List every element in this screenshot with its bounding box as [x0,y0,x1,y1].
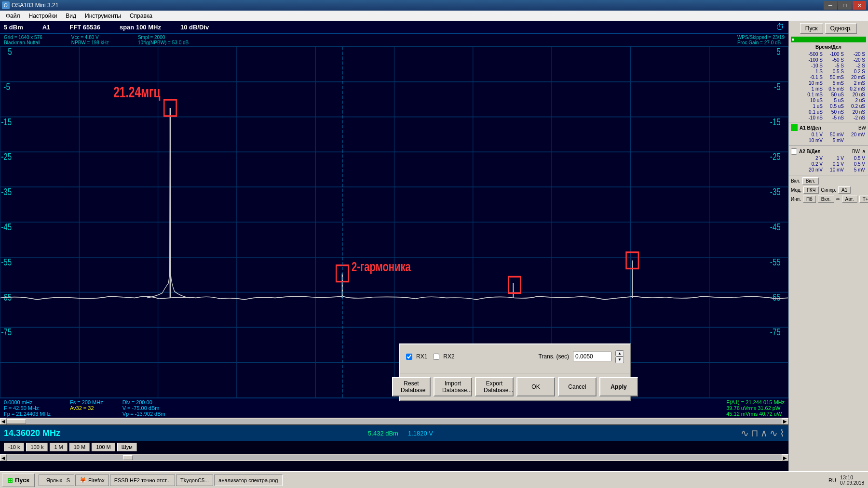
a2-cell[interactable]: 20 mV [803,167,824,172]
avt-button[interactable]: Авт. [842,196,857,203]
taskbar-item-analyzer[interactable]: анализатор спектра.png [214,475,282,486]
a2-cell[interactable]: 10 mV [825,167,845,172]
a2-cell[interactable]: 0.1 V [825,161,845,167]
time-cell[interactable]: -100 S [803,57,824,63]
a1-cell[interactable]: 5 mV [825,138,845,143]
trans-input[interactable] [573,352,611,361]
vkl2-button[interactable]: Вкл. [818,196,834,203]
time-cell[interactable]: -5 nS [825,115,845,120]
freq-btn-10k[interactable]: -10 k [4,443,24,451]
a2-cell[interactable]: 2 V [803,156,824,161]
rx1-checkbox[interactable] [406,354,412,360]
rx2-checkbox[interactable] [433,354,439,360]
a2-cell[interactable]: 0.5 V [846,161,866,167]
freq-btn-10m[interactable]: 10 M [69,443,90,451]
menu-settings[interactable]: Настройки [25,12,61,20]
mod-gkch-button[interactable]: ГКЧ [803,186,819,194]
scroll-track[interactable] [7,419,782,424]
synkhr-a1-button[interactable]: A1 [838,186,851,194]
single-button[interactable]: Однокр. [825,23,857,34]
menu-help[interactable]: Справка [126,12,156,20]
time-cell[interactable]: 20 mS [846,75,866,80]
freq-scroll-thumb[interactable] [123,455,133,460]
trans-down-btn[interactable]: ▼ [615,356,624,363]
time-cell[interactable]: 0.1 uS [803,109,824,115]
time-cell[interactable]: 50 uS [825,92,845,97]
time-cell[interactable]: 20 nS [846,109,866,115]
time-cell[interactable]: -0.2 S [846,69,866,74]
ok-button[interactable]: OK [516,377,555,396]
time-cell[interactable]: -2 S [846,63,866,68]
scroll-right-arrow[interactable]: ▶ [782,418,788,425]
time-cell[interactable]: -5 S [825,63,845,68]
a1-cell[interactable]: 0.1 V [803,132,824,137]
waveform-btn-5[interactable]: ⌇ [780,427,785,439]
time-cell[interactable]: 2 mS [846,80,866,86]
maximize-button[interactable]: □ [838,1,852,10]
vkl-button[interactable]: Вкл. [802,177,819,185]
taskbar-item-essb[interactable]: ESSB HF2 точно отст... [110,475,175,486]
a2-checkbox[interactable] [791,148,797,155]
freq-btn-noise[interactable]: Шум [117,443,137,451]
start-button[interactable]: Пуск [800,23,823,34]
time-cell[interactable]: -2 nS [846,115,866,120]
freq-btn-100k[interactable]: 100 k [26,443,48,451]
menu-file[interactable]: Файл [2,12,24,20]
a1-cell[interactable] [846,138,866,143]
inp-pb-button[interactable]: Пб [803,196,816,203]
time-cell[interactable]: 0.2 mS [846,86,866,92]
freq-btn-1m[interactable]: 1 M [50,443,67,451]
menu-tools[interactable]: Инструменты [81,12,125,20]
time-cell[interactable]: 20 uS [846,92,866,97]
close-button[interactable]: ✕ [853,1,866,10]
taskbar-item-firefox[interactable]: 🦊Firefox [75,475,109,486]
minimize-button[interactable]: ─ [824,1,837,10]
time-cell[interactable]: -500 S [803,52,824,57]
a2-cell[interactable]: 0.2 V [803,161,824,167]
waveform-btn-1[interactable]: ∿ [741,427,749,439]
a2-expand-icon[interactable]: ∧ [862,148,866,155]
horizontal-scrollbar[interactable]: ◀ ▶ [0,418,788,424]
reset-database-button[interactable]: Reset Database [392,377,431,396]
a1-cell[interactable]: 50 mV [825,132,845,137]
a1-cell[interactable]: 10 mV [803,138,824,143]
spectrum-display[interactable]: 5 -5 -15 -25 -35 -45 -55 -65 -75 5 -5 -1… [0,46,788,398]
menu-view[interactable]: Вид [62,12,80,20]
time-cell[interactable]: 0.5 mS [825,86,845,92]
time-cell[interactable]: 50 nS [825,109,845,115]
time-cell[interactable]: 10 uS [803,98,824,103]
time-cell[interactable]: -20 S [846,57,866,63]
a2-cell[interactable]: 0.5 V [846,156,866,161]
time-cell[interactable]: -10 S [803,63,824,68]
window-controls[interactable]: ─ □ ✕ [824,1,866,10]
waveform-btn-4[interactable]: ∿ [770,427,778,439]
time-cell[interactable]: -20 S [846,52,866,57]
cancel-button[interactable]: Cancel [558,377,597,396]
trans-up-btn[interactable]: ▲ [615,350,624,357]
a2-cell[interactable]: 1 V [825,156,845,161]
taskbar-item-tkyqon[interactable]: TkyqonС5... [176,475,213,486]
time-cell[interactable]: 0.2 uS [846,104,866,109]
time-cell[interactable]: 50 mS [825,75,845,80]
apply-button[interactable]: Apply [599,377,638,396]
time-cell[interactable]: -0.1 S [803,75,824,80]
time-cell[interactable]: 10 mS [803,80,824,86]
freq-scroll-left[interactable]: ◀ [0,454,7,461]
time-cell[interactable]: 5 uS [825,98,845,103]
a2-cell[interactable]: 5 mV [846,167,866,172]
t-plus-button[interactable]: Т+ [859,196,868,203]
a1-cell[interactable]: 20 mV [846,132,866,137]
freq-scrollbar[interactable]: ◀ ▶ [0,454,788,461]
time-cell[interactable]: 2 uS [846,98,866,103]
import-database-button[interactable]: Import Database... [434,377,472,396]
scroll-thumb[interactable] [7,419,26,424]
time-cell[interactable]: 0.1 mS [803,92,824,97]
taskbar-item-shortcut[interactable]: - Ярлык S [39,475,74,486]
time-cell[interactable]: 1 mS [803,86,824,92]
scroll-left-arrow[interactable]: ◀ [0,418,7,425]
time-cell[interactable]: -100 S [825,52,845,57]
freq-scroll-right[interactable]: ▶ [782,454,788,461]
time-cell[interactable]: -50 S [825,57,845,63]
export-database-button[interactable]: Export Database... [475,377,514,396]
time-cell[interactable]: 5 mS [825,80,845,86]
